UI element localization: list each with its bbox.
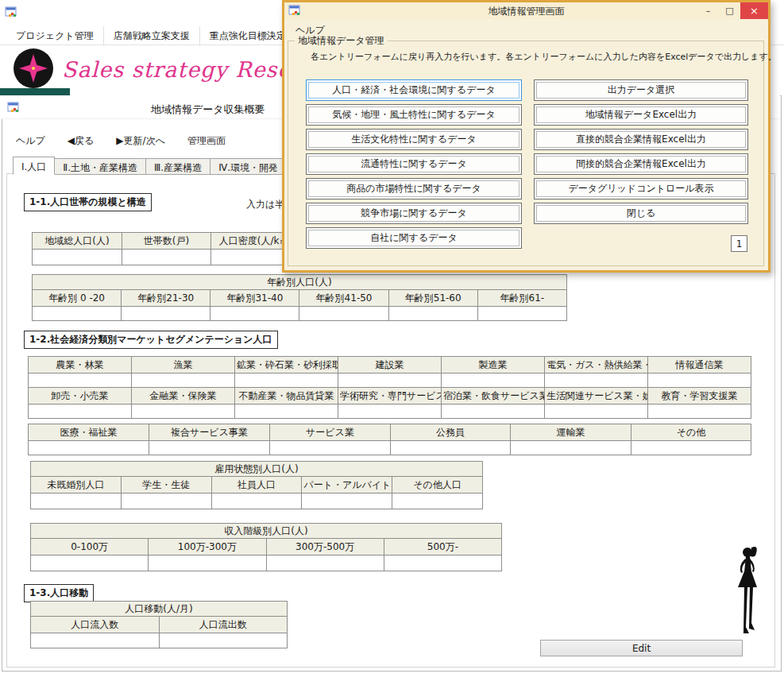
- minimize-button[interactable]: –: [697, 2, 719, 19]
- column-header: 教育・学習支援業: [648, 388, 751, 404]
- input-cell[interactable]: [648, 374, 751, 388]
- tab-industry-structure[interactable]: Ⅲ.産業構造: [145, 158, 210, 175]
- input-cell[interactable]: [31, 633, 160, 648]
- entry-form-buttons: 人口・経済・社会環境に関するデータ 気候・地理・風土特性に関するデータ 生活文化…: [306, 79, 522, 252]
- input-cell[interactable]: [338, 404, 442, 419]
- input-cell[interactable]: [29, 404, 132, 419]
- input-cell[interactable]: [149, 441, 270, 455]
- menu-store-strategy[interactable]: 店舗戦略立案支援: [104, 26, 200, 46]
- column-header: 生活関連サービス業・娯楽業: [545, 388, 648, 404]
- input-cell[interactable]: [477, 307, 566, 321]
- competitive-market-data-button[interactable]: 競争市場に関するデータ: [306, 203, 522, 224]
- input-cell[interactable]: [545, 374, 648, 388]
- input-cell[interactable]: [648, 404, 751, 419]
- column-header: 年齢別51-60: [388, 290, 477, 307]
- product-market-data-button[interactable]: 商品の市場特性に関するデータ: [306, 178, 522, 199]
- app-form-icon: [5, 6, 17, 18]
- tab-land-industry[interactable]: Ⅱ.土地・産業構造: [54, 158, 146, 175]
- maximize-button[interactable]: □: [719, 2, 740, 19]
- climate-geography-data-button[interactable]: 気候・地理・風土特性に関するデータ: [306, 104, 522, 126]
- input-cell[interactable]: [266, 555, 384, 571]
- close-dialog-button[interactable]: 閉じる: [534, 203, 748, 224]
- tab-population[interactable]: Ⅰ.人口: [13, 157, 55, 175]
- industry-table-upper: 農業・林業 漁業 鉱業・砕石業・砂利採取業 建設業 製造業 電気・ガス・熱供給業…: [28, 356, 751, 419]
- column-header: 農業・林業: [29, 357, 132, 374]
- menu-update-next[interactable]: ▶更新/次へ: [108, 132, 173, 149]
- input-cell[interactable]: [270, 441, 391, 455]
- input-cell[interactable]: [338, 374, 442, 388]
- column-header: 宿泊業・飲食サービス業: [442, 388, 545, 404]
- menu-admin-screen[interactable]: 管理画面: [180, 132, 234, 149]
- distribution-data-button[interactable]: 流通特性に関するデータ: [306, 153, 522, 175]
- column-header: 100万-300万: [149, 539, 266, 555]
- column-header: 年齢別31-40: [210, 290, 299, 307]
- employment-table: 雇用状態別人口(人) 未既婚別人口 学生・生徒 社員人口 パート・アルバイト そ…: [30, 461, 483, 509]
- modal-window-controls: – □ ×: [697, 2, 768, 19]
- input-cell[interactable]: [149, 555, 266, 571]
- input-cell[interactable]: [392, 494, 483, 509]
- input-cell[interactable]: [235, 374, 338, 388]
- input-cell[interactable]: [391, 441, 511, 455]
- column-header: サービス業: [270, 424, 391, 441]
- desktop-root: プロジェクト管理 店舗戦略立案支援 重点強化目標決定支援 Sales strat…: [0, 0, 784, 689]
- edit-button[interactable]: Edit: [540, 640, 743, 656]
- section-1-3-label: 1-3.人口移動: [24, 584, 94, 602]
- table-title: 人口移動(人/月): [31, 602, 288, 617]
- close-button[interactable]: ×: [740, 2, 768, 19]
- input-cell[interactable]: [31, 555, 149, 571]
- input-cell[interactable]: [235, 404, 338, 419]
- population-economy-data-button[interactable]: 人口・経済・社会環境に関するデータ: [306, 79, 522, 101]
- lifestyle-culture-data-button[interactable]: 生活文化特性に関するデータ: [306, 129, 522, 150]
- column-header: その他: [631, 424, 751, 441]
- input-cell[interactable]: [302, 494, 392, 509]
- input-cell[interactable]: [384, 555, 501, 571]
- menu-back[interactable]: ◀戻る: [60, 132, 102, 149]
- instruction-text: 各エントリーフォームに戻り再入力を行います。各エントリーフォームに入力した内容を…: [311, 51, 777, 63]
- input-cell[interactable]: [631, 441, 751, 455]
- page-number-field[interactable]: 1: [731, 235, 747, 252]
- output-buttons: 出力データ選択 地域情報データExcel出力 直接的競合企業情報Excel出力 …: [534, 79, 748, 227]
- input-cell[interactable]: [442, 374, 545, 388]
- table-title: 収入階級別人口(人): [31, 524, 502, 539]
- input-cell[interactable]: [132, 404, 235, 419]
- table-title: 年齢別人口(人): [33, 275, 567, 290]
- input-cell[interactable]: [121, 494, 211, 509]
- brand-logo-icon: [13, 48, 54, 89]
- column-header: 鉱業・砕石業・砂利採取業: [235, 357, 338, 374]
- basic-population-table: 地域総人口(人) 世帯数(戸) 人口密度(人/k㎡): [32, 232, 301, 265]
- input-cell[interactable]: [122, 250, 211, 265]
- input-cell[interactable]: [29, 374, 132, 388]
- input-cell[interactable]: [545, 404, 648, 419]
- menu-help[interactable]: ヘルプ: [8, 132, 53, 149]
- menu-project-management[interactable]: プロジェクト管理: [6, 26, 104, 46]
- input-cell[interactable]: [31, 494, 122, 509]
- column-header: その他人口: [392, 477, 483, 494]
- own-company-data-button[interactable]: 自社に関するデータ: [306, 227, 522, 249]
- input-cell[interactable]: [33, 250, 122, 265]
- indirect-competitor-excel-button[interactable]: 間接的競合企業情報Excel出力: [534, 153, 748, 175]
- section-1-2-label: 1-2.社会経済分類別マーケットセグメンテーション人口: [24, 331, 278, 349]
- tab-environment-development[interactable]: Ⅳ.環境・開発: [210, 158, 287, 175]
- column-header: 運輸業: [511, 424, 631, 441]
- input-cell[interactable]: [33, 307, 122, 321]
- input-cell[interactable]: [299, 307, 388, 321]
- input-cell[interactable]: [210, 307, 299, 321]
- column-header: 製造業: [442, 357, 545, 374]
- direct-competitor-excel-button[interactable]: 直接的競合企業情報Excel出力: [534, 129, 748, 150]
- input-cell[interactable]: [511, 441, 631, 455]
- column-header: 情報通信業: [648, 357, 751, 374]
- column-header: 年齢別 0 -20: [33, 290, 122, 307]
- input-cell[interactable]: [132, 374, 235, 388]
- input-cell[interactable]: [388, 307, 477, 321]
- input-cell[interactable]: [29, 441, 149, 455]
- datagrid-control-button[interactable]: データグリッドコントロール表示: [534, 178, 748, 199]
- input-cell[interactable]: [159, 633, 288, 648]
- modal-title: 地域情報管理画面: [284, 5, 768, 18]
- input-cell[interactable]: [442, 404, 545, 419]
- regional-data-excel-button[interactable]: 地域情報データExcel出力: [534, 104, 748, 126]
- input-cell[interactable]: [122, 307, 210, 321]
- column-header: 世帯数(戸): [122, 233, 211, 250]
- input-cell[interactable]: [211, 494, 302, 509]
- column-header: 500万-: [384, 539, 501, 555]
- output-data-select-button[interactable]: 出力データ選択: [534, 79, 748, 101]
